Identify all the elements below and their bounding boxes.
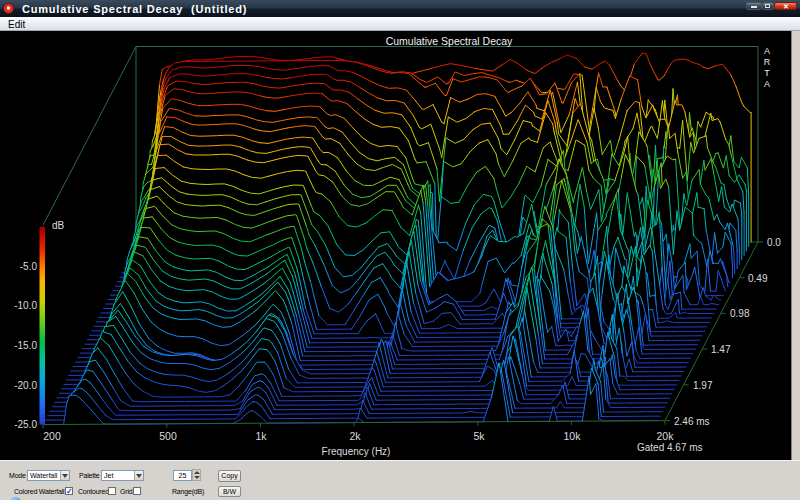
svg-text:dB: dB — [52, 220, 65, 231]
svg-text:2.46 ms: 2.46 ms — [674, 416, 710, 427]
svg-text:200: 200 — [43, 430, 61, 442]
svg-text:-10.0: -10.0 — [14, 300, 37, 311]
svg-text:T: T — [764, 68, 770, 78]
svg-text:Frequency (Hz): Frequency (Hz) — [322, 446, 391, 457]
svg-text:5k: 5k — [473, 430, 485, 442]
svg-text:2k: 2k — [349, 430, 361, 442]
svg-text:0.49: 0.49 — [748, 273, 768, 284]
svg-text:Gated 4.67 ms: Gated 4.67 ms — [637, 442, 703, 453]
svg-text:-20.0: -20.0 — [14, 380, 37, 391]
svg-text:A: A — [764, 46, 770, 56]
svg-text:0.98: 0.98 — [730, 308, 750, 319]
svg-text:R: R — [764, 57, 771, 67]
svg-text:20k: 20k — [657, 430, 675, 442]
svg-text:1.97: 1.97 — [693, 380, 713, 391]
svg-text:A: A — [764, 79, 770, 89]
svg-text:0.0: 0.0 — [767, 237, 781, 248]
svg-text:-5.0: -5.0 — [20, 261, 38, 272]
svg-text:1k: 1k — [255, 430, 267, 442]
svg-text:10k: 10k — [564, 430, 582, 442]
svg-text:-15.0: -15.0 — [14, 340, 37, 351]
svg-text:Cumulative Spectral Decay: Cumulative Spectral Decay — [386, 35, 513, 47]
svg-text:1.47: 1.47 — [711, 344, 731, 355]
svg-text:-25.0: -25.0 — [14, 419, 37, 430]
svg-text:500: 500 — [159, 430, 177, 442]
